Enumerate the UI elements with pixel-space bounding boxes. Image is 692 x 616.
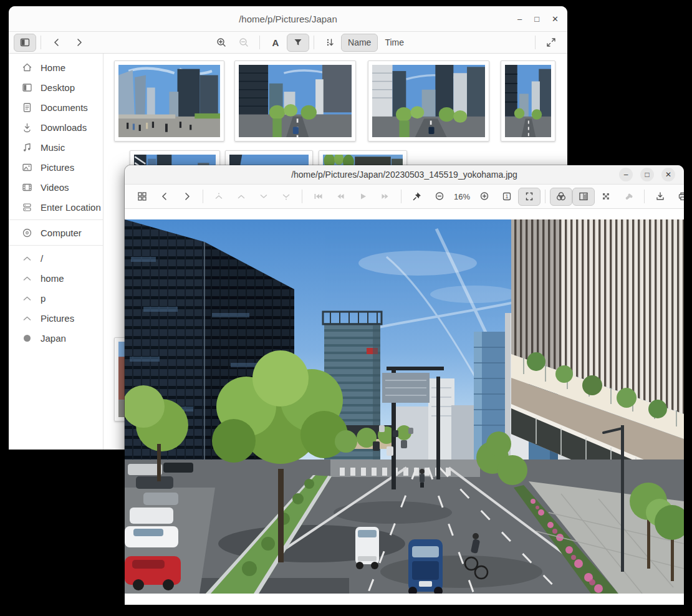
minimize-button[interactable]: –: [619, 168, 633, 181]
close-button[interactable]: ✕: [552, 15, 559, 23]
sidebar-item-desktop[interactable]: Desktop: [9, 77, 103, 97]
save-button[interactable]: [649, 188, 671, 206]
computer-icon: [22, 228, 32, 238]
sidebar-toggle-button[interactable]: [14, 34, 36, 52]
pin-button[interactable]: [406, 188, 428, 206]
sidebar-item-label: Computer: [41, 228, 82, 238]
toolbar-separator: [545, 190, 545, 203]
back-button[interactable]: [46, 34, 68, 52]
sidebar-item-pictures[interactable]: Pictures: [9, 157, 103, 177]
sidebar-item-label: Desktop: [41, 82, 75, 93]
heal-brush-button[interactable]: [617, 188, 640, 206]
zoom-in-button[interactable]: [473, 188, 496, 206]
color-channels-icon: [555, 191, 567, 202]
heal-brush-icon: [623, 191, 634, 202]
next-frame-icon: [380, 191, 391, 202]
music-icon: [22, 142, 32, 153]
file-manager-title: /home/p/Pictures/Japan: [239, 14, 337, 24]
transparency-checker-icon: [600, 191, 612, 202]
next-frame-button[interactable]: [374, 188, 396, 206]
actual-size-button[interactable]: 1: [496, 188, 518, 206]
toolbar-separator: [203, 190, 203, 203]
zoom-out-button[interactable]: [233, 34, 255, 52]
tree-item-label: Japan: [41, 333, 66, 344]
filter-icon: [292, 37, 304, 48]
toolbar-separator: [302, 190, 302, 203]
forward-button[interactable]: [68, 34, 90, 52]
sidebar-item-label: Downloads: [41, 122, 87, 133]
viewer-canvas[interactable]: [125, 219, 684, 594]
thumbnail-image: [505, 65, 551, 137]
desktop-icon: [22, 82, 32, 93]
tree-item-label: home: [41, 273, 64, 284]
forward-icon: [74, 37, 85, 48]
go-last-down-button[interactable]: [275, 188, 297, 206]
fit-to-window-button[interactable]: [518, 188, 541, 206]
sidebar-item-computer[interactable]: Computer: [9, 223, 103, 243]
first-frame-button[interactable]: [307, 188, 329, 206]
pictures-icon: [22, 162, 32, 173]
sidebar-item-home[interactable]: Home: [9, 57, 103, 77]
zoom-in-icon: [479, 191, 490, 202]
thumbnail-item[interactable]: [114, 60, 224, 142]
toolbar-separator: [644, 190, 645, 203]
chevron-up-icon: [22, 293, 32, 304]
sort-by-name-button[interactable]: Name: [341, 34, 378, 52]
filter-button[interactable]: [287, 34, 309, 52]
thumbnail-item[interactable]: [368, 60, 489, 142]
thumbnail-item[interactable]: [234, 60, 356, 142]
thumbnail-item[interactable]: [501, 60, 555, 142]
chevron-up-icon: [22, 273, 32, 284]
photo-yokohama: [125, 219, 684, 594]
thumbnail-image: [118, 65, 220, 137]
zoom-in-button[interactable]: [210, 34, 233, 52]
maximize-button[interactable]: □: [534, 15, 539, 23]
previous-frame-button[interactable]: [329, 188, 352, 206]
fullscreen-button[interactable]: [540, 34, 562, 52]
sidebar-item-label: Pictures: [41, 162, 74, 173]
back-button[interactable]: [153, 188, 176, 206]
viewer-titlebar[interactable]: /home/p/Pictures/Japan/20230503_145519_y…: [125, 165, 684, 185]
tree-item-p[interactable]: p: [9, 288, 103, 308]
forward-button[interactable]: [176, 188, 198, 206]
tree-item-pictures[interactable]: Pictures: [9, 308, 103, 328]
text-size-icon: A: [272, 37, 279, 48]
transparency-button[interactable]: [595, 188, 617, 206]
downloads-icon: [22, 122, 32, 133]
sidebar-item-label: Documents: [41, 102, 88, 113]
zoom-out-icon: [434, 191, 445, 202]
color-channels-button[interactable]: [550, 188, 572, 206]
videos-icon: [22, 182, 32, 193]
tree-item-label: /: [41, 253, 43, 264]
text-size-button[interactable]: A: [264, 34, 287, 52]
go-first-up-button[interactable]: [208, 188, 230, 206]
go-up-button[interactable]: [230, 188, 252, 206]
tree-item-home[interactable]: home: [9, 268, 103, 288]
sidebar-item-enter-location[interactable]: Enter Location: [9, 197, 103, 217]
go-down-button[interactable]: [252, 188, 275, 206]
up-icon: [236, 191, 247, 202]
file-manager-titlebar[interactable]: /home/p/Pictures/Japan – □ ✕: [9, 6, 567, 32]
print-icon: [677, 191, 684, 202]
sort-by-time-button[interactable]: Time: [378, 34, 411, 52]
print-button[interactable]: [671, 188, 684, 206]
tree-item-japan-current[interactable]: Japan: [9, 328, 103, 348]
maximize-button[interactable]: □: [640, 168, 654, 181]
sidebar-toggle-icon: [19, 37, 31, 48]
sidebar-item-documents[interactable]: Documents: [9, 97, 103, 117]
down-icon: [258, 191, 269, 202]
sort-order-button[interactable]: [319, 34, 341, 52]
browser-grid-icon: [137, 191, 148, 202]
sidebar-item-downloads[interactable]: Downloads: [9, 117, 103, 137]
zoom-out-button[interactable]: [428, 188, 451, 206]
minimize-button[interactable]: –: [517, 15, 522, 23]
histogram-panel-button[interactable]: [572, 188, 595, 206]
play-button[interactable]: [352, 188, 374, 206]
sidebar-item-music[interactable]: Music: [9, 137, 103, 157]
close-button[interactable]: ✕: [661, 168, 675, 181]
browser-view-button[interactable]: [131, 188, 153, 206]
sidebar: Home Desktop Documents Downloads Music P…: [9, 54, 103, 450]
tree-item-root[interactable]: /: [9, 248, 103, 268]
sidebar-item-videos[interactable]: Videos: [9, 177, 103, 197]
toolbar-separator: [314, 36, 314, 49]
